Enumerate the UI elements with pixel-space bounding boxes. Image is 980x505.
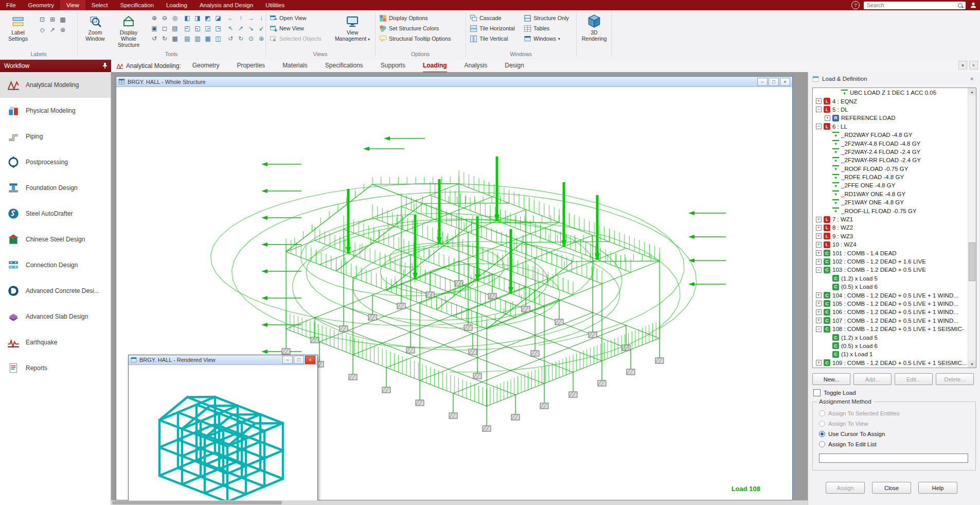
zoom-selected-icon[interactable]: ▤ xyxy=(170,23,180,33)
menu-geometry[interactable]: Geometry xyxy=(22,0,61,10)
minimize-button[interactable]: – xyxy=(757,78,768,86)
assign-list-input[interactable] xyxy=(819,454,968,463)
tab-loading[interactable]: Loading xyxy=(423,59,447,73)
sidebar-item-piping[interactable]: Piping xyxy=(0,124,111,149)
maximize-button[interactable]: □ xyxy=(294,356,304,364)
view-right-icon[interactable]: ◪ xyxy=(213,13,223,23)
view-front-icon[interactable]: ◧ xyxy=(182,13,192,23)
tree-expand-plus-icon[interactable]: + xyxy=(825,115,830,121)
zoom-window-small-icon[interactable]: ▣ xyxy=(149,23,159,33)
rotate-right-icon[interactable]: ↻ xyxy=(159,33,170,43)
tree-item[interactable]: ▾_RD2WAY FLOAD -4.8 GY xyxy=(813,131,968,139)
tree-expand-plus-icon[interactable]: + xyxy=(816,233,822,239)
user-icon[interactable] xyxy=(970,2,977,9)
tree-expand-plus-icon[interactable]: + xyxy=(816,250,822,256)
tree-item[interactable]: +L10 : WZ4 xyxy=(813,240,968,249)
toggle-load-row[interactable]: Toggle Load xyxy=(813,389,856,396)
tree-item[interactable]: ▾_RD1WAY ONE -4.8 GY xyxy=(813,190,968,198)
tab-analysis[interactable]: Analysis xyxy=(465,59,488,72)
sidebar-item-earthquake[interactable]: Earthquake xyxy=(0,329,111,355)
sidebar-item-advanced-slab[interactable]: Advanced Slab Design xyxy=(0,304,111,329)
tab-properties[interactable]: Properties xyxy=(237,59,265,72)
windows-menu-button[interactable]: Windows ▾ xyxy=(524,34,560,43)
tree-item[interactable]: C(1.2) x Load 5 xyxy=(813,274,968,283)
orbit-up-left-icon[interactable]: ↖ xyxy=(225,23,236,33)
sidebar-item-connection-design[interactable]: Connection Design xyxy=(0,252,111,278)
menu-file[interactable]: File xyxy=(0,0,22,10)
radio-assign-to-view[interactable]: Assign To View xyxy=(819,419,975,429)
fit-view-icon[interactable]: ⊕ xyxy=(256,33,266,43)
dimension-labels-icon[interactable]: ↗ xyxy=(47,25,58,34)
tree-expand-plus-icon[interactable]: + xyxy=(816,318,822,323)
tree-expand-plus-icon[interactable]: + xyxy=(816,301,822,306)
spin-right-icon[interactable]: ↻ xyxy=(236,33,246,43)
menu-utilities[interactable]: Utilities xyxy=(259,0,291,10)
zoom-extents-icon[interactable]: ◎ xyxy=(170,13,180,23)
view-management-button[interactable]: View Management ▾ xyxy=(331,11,373,51)
load-labels-icon[interactable]: ◇ xyxy=(37,25,47,34)
tree-item[interactable]: ▾_2F2WAY-RR FLOAD -2.4 GY xyxy=(813,156,968,164)
help-button[interactable]: Help xyxy=(918,482,957,494)
pan-right-icon[interactable]: → xyxy=(246,13,256,23)
workflow-panel-header[interactable]: Workflow xyxy=(0,60,111,72)
tab-design[interactable]: Design xyxy=(505,59,524,72)
whole-structure-titlebar[interactable]: BRGY. HALL - Whole Structure – □ × xyxy=(116,77,792,87)
panel-close-icon[interactable]: × xyxy=(968,75,976,83)
tree-expand-minus-icon[interactable]: − xyxy=(816,107,822,112)
tree-item[interactable]: +C101 : COMB - 1.4 DEAD xyxy=(813,249,968,257)
search-input[interactable] xyxy=(866,2,958,9)
edit-button[interactable]: Edit... xyxy=(895,373,933,385)
pan-up-icon[interactable]: ↑ xyxy=(236,13,246,23)
menu-specification[interactable]: Specification xyxy=(114,0,160,10)
tree-item[interactable]: C(1) x Load 1 xyxy=(813,350,968,358)
sidebar-item-postprocessing[interactable]: Postprocessing xyxy=(0,149,111,175)
view-reset-icon[interactable]: ◳ xyxy=(213,23,223,33)
zoom-window-button[interactable]: Zoom Window xyxy=(80,11,111,51)
view-bottom-icon[interactable]: ◱ xyxy=(192,23,203,33)
sidebar-item-advanced-concrete[interactable]: Advanced Concrete Desi... xyxy=(0,278,111,304)
tree-item[interactable]: ▾_2FFE ONE -4.8 GY xyxy=(813,181,968,189)
help-icon[interactable]: ? xyxy=(851,1,860,9)
close-button[interactable]: × xyxy=(780,78,790,86)
tree-expand-plus-icon[interactable]: + xyxy=(816,217,822,222)
tree-item[interactable]: +C102 : COMB - 1.2 DEAD + 1.6 LIVE xyxy=(813,257,968,266)
beam-labels-icon[interactable]: ⊞ xyxy=(47,14,58,24)
3d-rendering-button[interactable]: 3D Rendering xyxy=(578,11,610,51)
tree-expand-plus-icon[interactable]: + xyxy=(816,242,822,248)
maximize-button[interactable]: □ xyxy=(769,78,779,86)
sidebar-item-analytical-modeling[interactable]: Analytical Modeling xyxy=(0,72,111,98)
orbit-down-right-icon[interactable]: ↘ xyxy=(246,23,256,33)
new-view-button[interactable]: New View xyxy=(270,24,304,33)
label-settings-button[interactable]: Label Settings xyxy=(2,11,34,51)
pin-icon[interactable] xyxy=(102,62,108,68)
sidebar-item-physical-modeling[interactable]: Physical Modeling xyxy=(0,98,111,124)
close-button[interactable]: Close xyxy=(872,482,911,494)
tree-expand-minus-icon[interactable]: − xyxy=(816,326,822,332)
tabbar-overflow-icon[interactable]: ▾ xyxy=(958,61,967,69)
radio-assign-to-selected-entities[interactable]: Assign To Selected Entities xyxy=(819,408,975,419)
tree-item[interactable]: ▾_RDFE FLOAD -4.8 GY xyxy=(813,173,968,181)
radio-use-cursor-to-assign[interactable]: Use Cursor To Assign xyxy=(819,429,975,439)
tree-item[interactable]: −L6 : LL xyxy=(813,123,968,131)
menu-view[interactable]: View xyxy=(60,0,85,10)
tree-item[interactable]: +RREFERENCE LOAD xyxy=(813,114,968,122)
tree-item[interactable]: +C105 : COMB - 1.2 DEAD + 0.5 LIVE + 1 W… xyxy=(813,300,968,308)
scrollbar-thumb[interactable] xyxy=(112,501,282,504)
tree-expand-plus-icon[interactable]: + xyxy=(816,259,822,265)
scrollbar-thumb[interactable] xyxy=(969,242,975,281)
orbit-up-right-icon[interactable]: ↗ xyxy=(236,23,246,33)
display-options-button[interactable]: Display Options xyxy=(379,13,428,23)
axis-labels-icon[interactable]: ⊕ xyxy=(58,25,68,34)
view-top-icon[interactable]: ◰ xyxy=(182,23,192,33)
tree-item[interactable]: −C103 : COMB - 1.2 DEAD + 0.5 LIVE xyxy=(813,266,968,274)
radio-assign-to-edit-list[interactable]: Assign To Edit List xyxy=(819,439,975,449)
tree-item[interactable]: +C104 : COMB - 1.2 DEAD + 0.5 LIVE + 1 W… xyxy=(813,291,968,299)
view-split-icon[interactable]: ◫ xyxy=(213,33,223,43)
toggle-load-checkbox[interactable] xyxy=(813,389,821,396)
tab-supports[interactable]: Supports xyxy=(381,59,405,72)
cascade-button[interactable]: Cascade xyxy=(470,13,502,23)
tree-scrollbar[interactable]: ▲ ▼ xyxy=(968,88,976,368)
new-button[interactable]: New... xyxy=(812,373,850,385)
tree-expand-plus-icon[interactable]: + xyxy=(816,225,822,231)
tab-specifications[interactable]: Specifications xyxy=(325,59,363,72)
